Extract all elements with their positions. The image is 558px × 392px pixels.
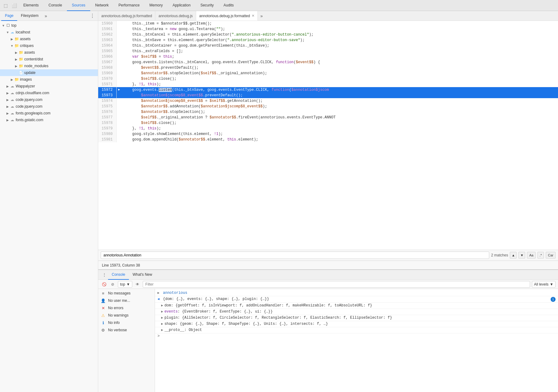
tree-item-critiques-assets[interactable]: ▶ 📁 assets: [0, 49, 98, 56]
filter-warnings-label: No warnings: [108, 313, 129, 317]
tab-page[interactable]: Page: [1, 11, 17, 21]
editor-tabs-more[interactable]: »: [258, 13, 265, 18]
tree-item-cloudflare[interactable]: ▶ ☁ cdnjs.cloudflare.com: [0, 90, 98, 96]
expand-events-icon[interactable]: ▶: [161, 309, 163, 313]
console-text-shape: shape: {geom: {…}, Shape: f, ShapeType: …: [165, 322, 556, 326]
code-line-15967: 15967 goog.events.listen(this._btnCancel…: [98, 60, 558, 65]
expand-dom-icon[interactable]: ▶: [161, 303, 163, 307]
filter-verbose-label: No verbose: [108, 328, 127, 332]
tab-filesystem[interactable]: Filesystem: [17, 11, 42, 21]
filter-messages[interactable]: ≡ No messages: [98, 290, 155, 297]
tab-console[interactable]: Console: [108, 270, 129, 280]
folder-icon-content-dist: 📁: [18, 57, 23, 61]
code-line-15970: 15970 $self$$.close();: [98, 76, 558, 82]
tab-performance[interactable]: Performance: [114, 0, 145, 11]
network-icon-googleapis: ☁: [10, 111, 15, 115]
search-aa-button[interactable]: Aa: [527, 252, 535, 259]
tree-item-images[interactable]: ▶ 📁 images: [0, 76, 98, 83]
tree-item-jquery2[interactable]: ▶ ☁ code.jquery.com: [0, 103, 98, 110]
filter-warnings[interactable]: ⚠ No warnings: [98, 312, 155, 319]
console-entry-annotorious: ▶ annotorious: [155, 290, 558, 296]
console-text-plugin: plugin: {AllSelector: f, CircleSelector:…: [165, 316, 556, 320]
search-next-button[interactable]: ▼: [518, 252, 525, 259]
console-filter-input[interactable]: [143, 281, 530, 288]
search-case-button[interactable]: Car: [546, 252, 556, 259]
editor-tab-3[interactable]: annotorious.debug.js:formatted ✕: [196, 11, 258, 21]
filter-info-label: No info: [108, 321, 120, 325]
filter-user-label: No user me...: [108, 298, 130, 303]
tree-item-top[interactable]: ▼ ☐ top: [0, 22, 98, 29]
stop-network-icon[interactable]: ⊘: [109, 281, 116, 288]
tree-arrow-jquery1: ▶: [6, 98, 10, 102]
tab-security[interactable]: Security: [196, 0, 219, 11]
expand-proto-icon[interactable]: ▶: [161, 328, 163, 332]
tree-item-wappalyzer[interactable]: ▶ ☁ Wappalyzer: [0, 83, 98, 90]
tree-arrow-localhost: ▼: [6, 31, 10, 34]
inspect-icon[interactable]: ⬚: [1, 1, 10, 10]
filter-info[interactable]: ℹ No info: [98, 319, 155, 326]
line-info: Line 15973, Column 38: [98, 261, 558, 269]
eye-icon[interactable]: 👁: [134, 281, 141, 288]
code-line-15962: 15962 this._btnCancel = this.element.que…: [98, 32, 558, 37]
code-line-15961: 15961 this._textarea = new goog.ui.Texta…: [98, 26, 558, 32]
tree-item-node-modules[interactable]: ▶ 📁 node_modules: [0, 63, 98, 69]
editor-tab-2[interactable]: annotorious.debug.js: [155, 11, 196, 21]
clear-console-button[interactable]: 🚫: [101, 281, 107, 288]
tree-item-update[interactable]: ▶ 📄 update: [0, 69, 98, 76]
filter-user-messages[interactable]: 👤 No user me...: [98, 297, 155, 304]
tab-whats-new[interactable]: What's New: [129, 270, 156, 280]
source-panel-menu[interactable]: ⋮: [88, 13, 97, 19]
console-text-dom: dom: {getOffset: f, isInViewport: f, add…: [165, 303, 556, 308]
expand-arrow-annotorious[interactable]: ▶: [157, 291, 161, 295]
tree-item-gstatic[interactable]: ▶ ☁ fonts.gstatic.com: [0, 117, 98, 123]
messages-icon: ≡: [101, 291, 106, 296]
source-tabs-more[interactable]: »: [43, 13, 48, 18]
tab-console[interactable]: Console: [44, 0, 67, 11]
code-line-15975: 15975 $annotator$$.addAnnotation($annota…: [98, 104, 558, 109]
tab-sources[interactable]: Sources: [67, 0, 90, 11]
console-menu-icon[interactable]: ⋮: [101, 271, 108, 279]
tree-arrow-wappalyzer: ▶: [6, 85, 10, 88]
tree-arrow-content-dist: ▶: [14, 58, 18, 61]
code-line-15976: 15976 $annotator$$.stopSelection();: [98, 109, 558, 115]
console-text-events: events: {EventBroker: f, EventType: {…},…: [165, 309, 556, 314]
tree-item-localhost[interactable]: ▼ ☁ localhost: [0, 29, 98, 36]
tree-item-content-dist[interactable]: ▶ 📁 content/dist: [0, 56, 98, 63]
code-line-15969: 15969 $annotator$$.stopSelection($self$$…: [98, 71, 558, 76]
search-input[interactable]: [101, 252, 489, 259]
code-line-15974: 15974 $annotation$jscomp$8_event$$ = $se…: [98, 98, 558, 104]
tab-audits[interactable]: Audits: [219, 0, 238, 11]
tree-item-assets[interactable]: ▶ 📁 assets: [0, 36, 98, 42]
network-icon-wappalyzer: ☁: [10, 84, 15, 88]
editor-tab-1[interactable]: annotorious.debug.js:formatted: [98, 11, 155, 21]
log-level-selector[interactable]: All levels ▼: [532, 281, 556, 288]
console-tabs: ⋮ Console What's New: [98, 270, 558, 280]
code-line-15972: 15972 ▶ goog.events.listen(this._btnSave…: [98, 87, 558, 93]
console-prompt[interactable]: >: [155, 333, 558, 339]
context-selector[interactable]: top ▼: [118, 281, 132, 288]
search-regex-button[interactable]: .*: [537, 252, 544, 259]
tree-item-critiques[interactable]: ▼ 📁 critiques: [0, 42, 98, 49]
tab-memory[interactable]: Memory: [145, 0, 168, 11]
bottom-panel: ⋮ Console What's New 🚫 ⊘ top ▼ 👁 All: [98, 269, 558, 392]
user-messages-icon: 👤: [101, 298, 106, 303]
file-icon-update: 📄: [18, 71, 23, 75]
console-content: ≡ No messages 👤 No user me... ✕ No error…: [98, 289, 558, 392]
filter-errors[interactable]: ✕ No errors: [98, 304, 155, 312]
tree-item-jquery1[interactable]: ▶ ☁ code.jquery.com: [0, 96, 98, 103]
filter-verbose[interactable]: ⚙ No verbose: [98, 326, 155, 334]
tree-arrow-assets: ▶: [10, 37, 14, 41]
expand-plugin-icon[interactable]: ▶: [161, 316, 163, 320]
expand-shape-icon[interactable]: ▶: [161, 322, 163, 326]
tree-item-googleapis[interactable]: ▶ ☁ fonts.googleapis.com: [0, 110, 98, 117]
code-area[interactable]: 15960 this._item = $annotator$$.getItem(…: [98, 21, 558, 250]
close-tab-icon[interactable]: ✕: [252, 14, 254, 18]
tab-network[interactable]: Network: [90, 0, 114, 11]
console-toolbar: 🚫 ⊘ top ▼ 👁 All levels ▼: [98, 280, 558, 289]
collapse-arrow-object[interactable]: ◀: [157, 297, 161, 301]
tab-application[interactable]: Application: [168, 0, 196, 11]
tab-elements[interactable]: Elements: [18, 0, 44, 11]
device-toggle-icon[interactable]: ⬜: [10, 1, 18, 10]
network-icon-cloudflare: ☁: [10, 91, 15, 95]
search-prev-button[interactable]: ▲: [510, 252, 517, 259]
